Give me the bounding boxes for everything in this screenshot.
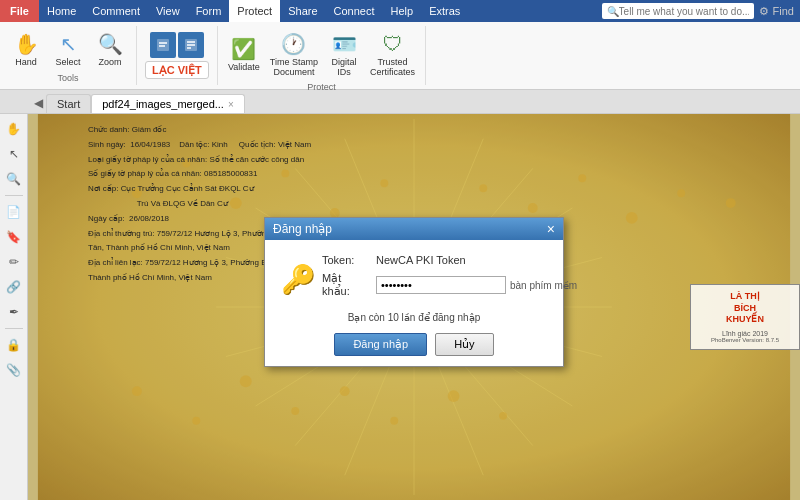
trusted-certs-label: TrustedCertificates xyxy=(370,58,415,78)
toolbar-sign-btn[interactable]: ✒ xyxy=(3,301,25,323)
tab-close-btn[interactable]: × xyxy=(228,99,234,110)
tab-document[interactable]: pdf24_images_merged... × xyxy=(91,94,245,113)
ribbon-tools-section: ✋ Hand ↖ Select 🔍 Zoom Tools xyxy=(0,26,137,85)
cancel-button[interactable]: Hủy xyxy=(435,333,493,356)
dialog-body: 🔑 Token: NewCA PKI Token Mật khẩu: xyxy=(265,240,563,366)
toolbar-link-btn[interactable]: 🔗 xyxy=(3,276,25,298)
toolbar-hand-btn[interactable]: ✋ xyxy=(3,118,25,140)
protect-buttons-group: ✅ Validate 🕐 Time StampDocument 🪪 Digita… xyxy=(224,28,419,80)
toolbar-annotation-btn[interactable]: ✏ xyxy=(3,251,25,273)
menu-form[interactable]: Form xyxy=(188,0,230,22)
hand-tool-btn[interactable]: ✋ Hand xyxy=(6,28,46,70)
window-controls: ⚙ Find xyxy=(759,5,800,18)
digital-ids-btn[interactable]: 🪪 DigitalIDs xyxy=(324,28,364,80)
soft-keyboard-link[interactable]: bàn phím mềm xyxy=(510,280,577,291)
dialog-title: Đăng nhập xyxy=(273,222,332,236)
ribbon-tools-group: ✋ Hand ↖ Select 🔍 Zoom xyxy=(6,28,130,70)
login-button[interactable]: Đăng nhập xyxy=(334,333,427,356)
digital-ids-icon: 🪪 xyxy=(332,30,357,58)
password-label: Mật khẩu: xyxy=(322,272,372,298)
select-icon: ↖ xyxy=(60,30,77,58)
tab-start-label: Start xyxy=(57,98,80,110)
tab-left-arrow[interactable]: ◀ xyxy=(30,93,46,113)
ribbon: ✋ Hand ↖ Select 🔍 Zoom Tools xyxy=(0,22,800,90)
login-dialog: Đăng nhập × 🔑 Token: NewCA PKI Token xyxy=(264,217,564,367)
menu-protect[interactable]: Protect xyxy=(229,0,280,22)
tools-section-label: Tools xyxy=(57,71,78,83)
tab-bar: ◀ Start pdf24_images_merged... × xyxy=(0,90,800,114)
menu-view[interactable]: View xyxy=(148,0,188,22)
timestamp-btn[interactable]: 🕐 Time StampDocument xyxy=(266,28,322,80)
docusign1-icon[interactable] xyxy=(150,32,176,58)
hand-icon: ✋ xyxy=(14,30,39,58)
svg-rect-0 xyxy=(157,39,169,51)
document-page: LÀ THỊBÍCHKHUYẾN Lĩnh giác 2019 PhoBenve… xyxy=(28,114,800,500)
toolbar-lock-btn[interactable]: 🔒 xyxy=(3,334,25,356)
dialog-buttons: Đăng nhập Hủy xyxy=(281,333,547,356)
search-icon: 🔍 xyxy=(607,6,619,17)
menu-extras[interactable]: Extras xyxy=(421,0,468,22)
dialog-close-btn[interactable]: × xyxy=(547,222,555,236)
dialog-fields: Token: NewCA PKI Token Mật khẩu: bàn phí… xyxy=(322,254,577,304)
document-view: LÀ THỊBÍCHKHUYẾN Lĩnh giác 2019 PhoBenve… xyxy=(28,114,800,500)
key-icon: 🔑 xyxy=(281,263,316,296)
select-tool-btn[interactable]: ↖ Select xyxy=(48,28,88,70)
dialog-title-bar: Đăng nhập × xyxy=(265,218,563,240)
logo-icons-group xyxy=(150,32,204,58)
trusted-certs-icon: 🛡 xyxy=(383,30,403,58)
toolbar-bookmark-btn[interactable]: 🔖 xyxy=(3,226,25,248)
digital-ids-label: DigitalIDs xyxy=(332,58,357,78)
search-input[interactable] xyxy=(619,6,749,17)
password-row: Mật khẩu: bàn phím mềm xyxy=(322,272,577,298)
hand-label: Hand xyxy=(15,58,37,68)
tab-doc-label: pdf24_images_merged... xyxy=(102,98,224,110)
menu-help[interactable]: Help xyxy=(383,0,422,22)
lacviet-logo: LẠC VIỆT xyxy=(145,61,209,79)
menu-comment[interactable]: Comment xyxy=(84,0,148,22)
protect-buttons-section: ✅ Validate 🕐 Time StampDocument 🪪 Digita… xyxy=(218,26,426,85)
find-label[interactable]: Find xyxy=(773,5,794,17)
file-menu[interactable]: File xyxy=(0,0,39,22)
zoom-label: Zoom xyxy=(98,58,121,68)
search-box: 🔍 xyxy=(602,3,754,19)
toolbar-zoom-btn[interactable]: 🔍 xyxy=(3,168,25,190)
dialog-overlay: Đăng nhập × 🔑 Token: NewCA PKI Token xyxy=(28,114,800,500)
toolbar-select-btn[interactable]: ↖ xyxy=(3,143,25,165)
select-label: Select xyxy=(55,58,80,68)
token-value: NewCA PKI Token xyxy=(376,254,466,266)
menu-home[interactable]: Home xyxy=(39,0,84,22)
dialog-content-row: 🔑 Token: NewCA PKI Token Mật khẩu: xyxy=(281,254,547,304)
tab-start[interactable]: Start xyxy=(46,94,91,113)
validate-label: Validate xyxy=(228,63,260,73)
menu-bar: File Home Comment View Form Protect Shar… xyxy=(0,0,800,22)
password-input-container: bàn phím mềm xyxy=(376,276,577,294)
token-label: Token: xyxy=(322,254,372,266)
menu-connect[interactable]: Connect xyxy=(326,0,383,22)
validate-btn[interactable]: ✅ Validate xyxy=(224,33,264,75)
token-row: Token: NewCA PKI Token xyxy=(322,254,577,266)
toolbar-stamp-btn[interactable]: 📎 xyxy=(3,359,25,381)
docusign2-icon[interactable] xyxy=(178,32,204,58)
toolbar-separator-2 xyxy=(5,328,23,329)
toolbar-thumbnail-btn[interactable]: 📄 xyxy=(3,201,25,223)
logo-section: LẠC VIỆT xyxy=(137,26,218,85)
password-input[interactable] xyxy=(376,276,506,294)
dialog-attempts-info: Bạn còn 10 lần để đăng nhập xyxy=(281,312,547,323)
timestamp-label: Time StampDocument xyxy=(270,58,318,78)
menu-share[interactable]: Share xyxy=(280,0,325,22)
trusted-certs-btn[interactable]: 🛡 TrustedCertificates xyxy=(366,28,419,80)
main-area: ✋ ↖ 🔍 📄 🔖 ✏ 🔗 ✒ 🔒 📎 xyxy=(0,114,800,500)
toolbar-separator-1 xyxy=(5,195,23,196)
zoom-tool-btn[interactable]: 🔍 Zoom xyxy=(90,28,130,70)
validate-icon: ✅ xyxy=(231,35,256,63)
minimize-icon[interactable]: ⚙ xyxy=(759,5,769,18)
timestamp-icon: 🕐 xyxy=(281,30,306,58)
zoom-icon: 🔍 xyxy=(98,30,123,58)
left-toolbar: ✋ ↖ 🔍 📄 🔖 ✏ 🔗 ✒ 🔒 📎 xyxy=(0,114,28,500)
